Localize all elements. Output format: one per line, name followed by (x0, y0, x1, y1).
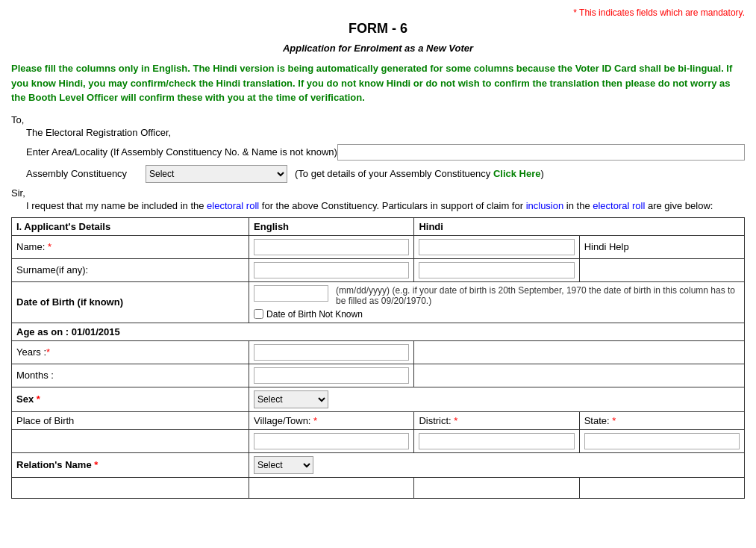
table-row-sex: Sex * Select Male Female Other (12, 387, 745, 411)
dob-unknown-label: Date of Birth Not Known (266, 309, 363, 320)
years-extra (414, 340, 745, 364)
sex-label: Sex (16, 393, 37, 405)
table-row-surname: Surname(if any): (12, 258, 745, 281)
table-row-name: Name: * Hindi Help (12, 235, 745, 258)
relation-required: * (94, 459, 98, 470)
hindi-help-cell: Hindi Help (579, 235, 744, 258)
name-label: Name: (16, 241, 48, 252)
surname-label: Surname(if any): (16, 264, 88, 275)
place-village-label: Village/Town: * (254, 415, 317, 426)
dob-input[interactable] (254, 285, 328, 302)
name-required: * (48, 241, 51, 252)
table-row-age-header: Age as on : 01/01/2015 (12, 323, 745, 340)
months-input[interactable] (254, 367, 409, 384)
place-label: Place of Birth (16, 415, 74, 426)
place-state-input[interactable] (584, 433, 740, 449)
place-district-input[interactable] (419, 433, 574, 449)
table-row-relation: Relation's Name * Select Father Mother H… (12, 452, 745, 477)
table-row-bottom (12, 477, 745, 498)
form-subtitle: Application for Enrolment as a New Voter (11, 43, 745, 54)
assembly-hint: (To get details of your Assembly Constit… (295, 168, 544, 179)
assembly-select[interactable]: Select (146, 165, 287, 183)
to-line: To, (11, 114, 745, 125)
dob-unknown-checkbox[interactable] (254, 309, 263, 319)
age-label: Age as on : 01/01/2015 (16, 326, 120, 337)
table-row-dob: Date of Birth (if known) (mm/dd/yyyy) (e… (12, 281, 745, 323)
surname-english-input[interactable] (254, 262, 409, 278)
place-state-label: State: * (584, 415, 616, 426)
dob-format-note: (mm/dd/yyyy) (e.g. if your date of birth… (336, 285, 740, 306)
table-row-months: Months : (12, 364, 745, 387)
sex-select[interactable]: Select Male Female Other (254, 390, 328, 408)
area-locality-input[interactable] (337, 144, 745, 161)
applicant-table: I. Applicant's Details English Hindi Nam… (11, 217, 745, 499)
name-hindi-input[interactable] (419, 239, 574, 255)
form-title: FORM - 6 (11, 21, 745, 37)
officer-line: The Electoral Registration Officer, (26, 127, 745, 138)
months-extra (414, 364, 745, 387)
place-district-label: District: * (419, 415, 457, 426)
surname-extra-cell (579, 258, 744, 281)
years-required: * (46, 346, 50, 358)
months-label: Months : (16, 370, 54, 381)
surname-hindi-input[interactable] (419, 262, 574, 278)
years-label: Years : (16, 346, 46, 358)
relation-label: Relation's Name (16, 459, 94, 470)
dob-label: Date of Birth (if known) (16, 296, 123, 308)
assembly-label: Assembly Constituency (26, 168, 146, 179)
instructions: Please fill the columns only in English.… (11, 61, 745, 105)
section1-header: I. Applicant's Details (12, 217, 249, 235)
name-english-input[interactable] (254, 239, 409, 255)
table-row-years: Years :* (12, 340, 745, 364)
table-row-place-header: Place of Birth Village/Town: * District:… (12, 411, 745, 429)
mandatory-note: * This indicates fields which are mandat… (11, 7, 745, 18)
col-hindi-header: Hindi (414, 217, 745, 235)
sir-line: Sir, (11, 187, 745, 199)
place-village-input[interactable] (254, 433, 409, 449)
relation-select[interactable]: Select Father Mother Husband Wife Other (254, 456, 313, 474)
col-english-header: English (249, 217, 414, 235)
area-locality-label: Enter Area/Locality (If Assembly Constit… (26, 146, 337, 158)
table-row-place-inputs (12, 429, 745, 452)
years-input[interactable] (254, 344, 409, 361)
assembly-click-here-link[interactable]: Click Here (493, 168, 541, 179)
request-line: I request that my name be included in th… (26, 200, 745, 211)
sex-required: * (37, 393, 40, 405)
